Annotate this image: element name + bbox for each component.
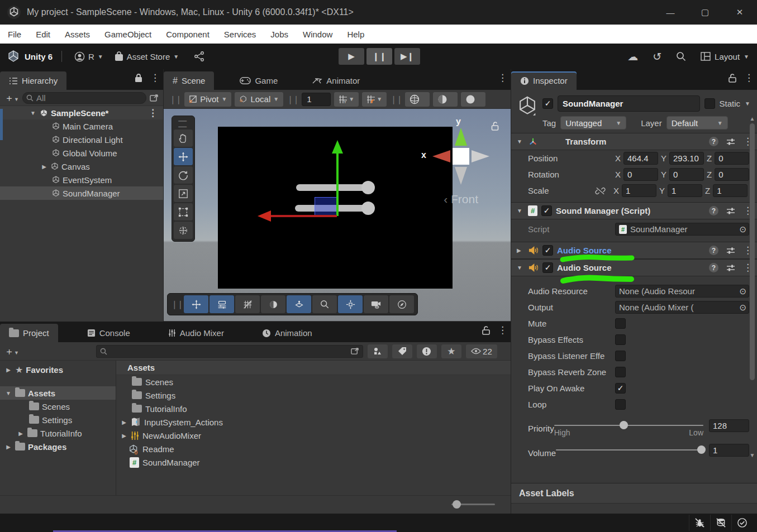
- scale-tool[interactable]: [174, 185, 193, 202]
- view-lock-open-icon[interactable]: [491, 121, 499, 131]
- create-add-button[interactable]: ＋▼: [4, 345, 19, 358]
- hierarchy-menu-icon[interactable]: ⋮: [150, 73, 160, 83]
- gizmo-x-axis-cone[interactable]: [432, 150, 450, 162]
- scrollbar-thumb[interactable]: [750, 123, 755, 380]
- inspector-menu-icon[interactable]: ⋮: [744, 73, 754, 83]
- asset-newaudiomixer[interactable]: ▶ NewAudioMixer: [116, 429, 511, 442]
- tab-scene[interactable]: # Scene: [164, 71, 214, 90]
- gizmo-axis-cone[interactable]: [455, 167, 467, 185]
- loop-checkbox[interactable]: ✓: [615, 399, 626, 410]
- version-control-icon[interactable]: [193, 51, 206, 62]
- grid-size-field[interactable]: 1: [302, 93, 331, 106]
- rotate-tool[interactable]: [174, 166, 193, 184]
- rotation-z-field[interactable]: 0: [715, 168, 749, 181]
- bypass-listener-checkbox[interactable]: ✓: [615, 351, 626, 361]
- compass-orientation-button[interactable]: [389, 295, 414, 313]
- menu-assets[interactable]: Assets: [65, 30, 90, 39]
- tab-console[interactable]: Console: [78, 324, 139, 342]
- move-gizmo-y-axis[interactable]: [336, 151, 339, 216]
- create-add-button[interactable]: ＋▼: [4, 92, 19, 104]
- foldout-arrow-icon[interactable]: ▼: [29, 110, 37, 116]
- move-tool[interactable]: [174, 148, 193, 165]
- lighting-toggle-button[interactable]: [433, 92, 458, 107]
- tab-audio-mixer[interactable]: Audio Mixer: [159, 324, 233, 342]
- pivot-mode-dropdown[interactable]: Pivot▼: [184, 92, 231, 107]
- menu-file[interactable]: File: [8, 30, 21, 39]
- scene-menu-icon[interactable]: ⋮: [498, 73, 507, 83]
- overlay-drag-handle[interactable]: ❘❘: [171, 299, 183, 309]
- scroll-up-icon[interactable]: ▲: [749, 116, 756, 122]
- transform-section-header[interactable]: ▼ Transform ? ⋮: [511, 133, 757, 150]
- gameobject-name-field[interactable]: SoundManager: [558, 95, 700, 112]
- tree-assets[interactable]: ▼Assets: [0, 386, 116, 400]
- step-button[interactable]: ▶❙: [394, 48, 420, 65]
- volume-slider[interactable]: [556, 444, 703, 467]
- tree-settings[interactable]: Settings: [0, 413, 116, 426]
- move-gizmo-x-axis[interactable]: [269, 215, 337, 217]
- hierarchy-item-soundmanager[interactable]: SoundManager: [0, 186, 163, 200]
- center-view-button[interactable]: [338, 295, 363, 313]
- hierarchy-item-global-volume[interactable]: Global Volume: [0, 146, 163, 160]
- mute-checkbox[interactable]: ✓: [615, 318, 626, 329]
- favorites-filter-button[interactable]: ★: [441, 344, 461, 358]
- position-z-field[interactable]: 0: [715, 152, 749, 165]
- object-picker-icon[interactable]: ⊙: [739, 224, 746, 234]
- tree-tutorialinfo[interactable]: ▶TutorialInfo: [0, 426, 116, 440]
- search-by-label-button[interactable]: [392, 344, 412, 358]
- priority-value-field[interactable]: 128: [709, 419, 749, 432]
- search-icon[interactable]: [676, 51, 686, 61]
- help-icon[interactable]: ?: [709, 137, 718, 146]
- rotation-x-field[interactable]: 0: [623, 168, 658, 181]
- menu-edit[interactable]: Edit: [36, 30, 50, 39]
- asset-soundmanager[interactable]: # SoundManager: [116, 456, 511, 469]
- asset-settings[interactable]: Settings: [116, 389, 511, 402]
- audio-toggle-button[interactable]: [461, 92, 485, 107]
- script-component-header[interactable]: ▼ # ✓ Sound Manager (Script) ? ⋮: [511, 202, 757, 219]
- rect-tool[interactable]: [174, 203, 193, 221]
- presets-icon[interactable]: [726, 207, 735, 215]
- object-picker-icon[interactable]: ⊙: [739, 303, 746, 313]
- priority-slider[interactable]: High Low: [554, 419, 703, 443]
- menu-component[interactable]: Component: [166, 30, 210, 39]
- open-new-window-icon[interactable]: [351, 347, 359, 355]
- overlay-drag-handle[interactable]: ❘❘: [178, 117, 188, 129]
- position-x-field[interactable]: 464.4: [623, 152, 658, 165]
- foldout-arrow-icon[interactable]: ▶: [40, 164, 48, 170]
- tab-game[interactable]: Game: [231, 71, 287, 90]
- hierarchy-item-canvas[interactable]: ▶ Canvas: [0, 160, 163, 173]
- presets-icon[interactable]: [726, 264, 735, 272]
- move-gizmo-plane-handle[interactable]: [315, 197, 337, 216]
- gizmo-center-cube[interactable]: [453, 148, 469, 165]
- foldout-arrow-icon[interactable]: ▼: [517, 265, 524, 271]
- asset-store-dropdown[interactable]: Asset Store▼: [111, 49, 182, 64]
- tab-animator[interactable]: Animator: [303, 71, 369, 90]
- scroll-down-icon[interactable]: ▼: [749, 452, 756, 458]
- grid-snapping-dropdown[interactable]: ▼: [362, 92, 387, 107]
- gameobject-icon[interactable]: [517, 95, 538, 118]
- grid-toggle-button[interactable]: [235, 295, 260, 313]
- lock-open-icon[interactable]: [482, 325, 490, 335]
- gizmos-toggle-button[interactable]: [287, 295, 311, 313]
- position-y-field[interactable]: 293.10: [669, 152, 704, 165]
- transform-tool[interactable]: [174, 222, 193, 239]
- menu-services[interactable]: Services: [224, 30, 256, 39]
- foldout-arrow-icon[interactable]: ▶: [121, 433, 127, 439]
- inspector-scrollbar[interactable]: ▲ ▼: [749, 116, 756, 501]
- gizmo-y-axis-cone[interactable]: [455, 128, 467, 146]
- layout-dropdown[interactable]: Layout▼: [701, 52, 749, 61]
- menu-jobs[interactable]: Jobs: [270, 30, 288, 39]
- asset-labels-section[interactable]: Asset Labels: [511, 483, 757, 509]
- volume-slider-handle[interactable]: [697, 445, 706, 454]
- debugger-status-button[interactable]: [689, 515, 710, 531]
- bypass-reverb-checkbox[interactable]: ✓: [615, 367, 626, 377]
- help-icon[interactable]: ?: [709, 263, 718, 272]
- gizmo-axis-cone[interactable]: [472, 150, 489, 162]
- open-new-window-icon[interactable]: [150, 94, 159, 102]
- tree-packages[interactable]: ▶Packages: [0, 440, 116, 453]
- scene-viewport[interactable]: ❘❘ ❘❘ y: [164, 109, 511, 321]
- play-on-awake-checkbox[interactable]: ✓: [615, 383, 626, 394]
- tag-dropdown[interactable]: Untagged▼: [560, 116, 626, 130]
- scale-z-field[interactable]: 1: [713, 184, 748, 197]
- help-icon[interactable]: ?: [709, 246, 718, 255]
- foldout-arrow-icon[interactable]: ▼: [517, 138, 524, 145]
